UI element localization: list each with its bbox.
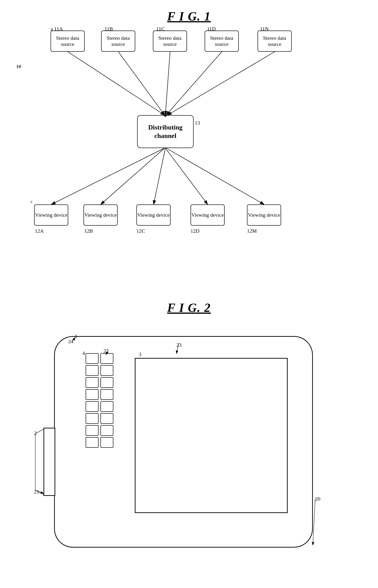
keypad-row-3 [86,377,113,388]
svg-line-6 [167,52,275,115]
label-12m: 12M [247,228,257,234]
keypad-row-6 [86,413,113,424]
label-11d: 11D [207,26,216,32]
view-box-12a: Viewing device [34,205,68,226]
label-11b: 11B [104,26,113,32]
system-arrow: → [16,64,21,70]
svg-line-2 [68,52,165,115]
label-12c: 12C [136,228,145,234]
fig2-section: F I G. 2 [0,294,378,588]
display-screen [135,358,288,513]
stereo-box-11b: Stereo data source [101,31,135,52]
key-8[interactable] [100,389,113,400]
key-2[interactable] [100,353,113,364]
svg-line-3 [118,52,165,115]
stereo-box-11c: Stereo data source [153,31,187,52]
key-16[interactable] [100,437,113,448]
view-box-12b: Viewing device [83,205,118,226]
label-22: 22 [104,348,109,354]
svg-line-8 [101,148,165,205]
svg-line-5 [166,52,222,115]
fig1-title: F I G. 1 [0,0,378,23]
keypad-row-2 [86,365,113,376]
stereo-box-11d: Stereo data source [205,31,239,52]
svg-line-9 [154,148,165,205]
side-connector [43,428,55,496]
key-12[interactable] [100,413,113,424]
key-15[interactable] [86,437,99,448]
svg-line-7 [51,148,165,205]
label-11n: 11N [260,26,269,32]
key-10[interactable] [100,401,113,412]
view-box-12m: Viewing device [247,205,281,226]
keypad-row-8 [86,437,113,448]
label-2: 2 [34,430,37,436]
label-11a: a 11A [51,26,63,32]
key-7[interactable] [86,389,99,400]
keypad-area [78,348,121,525]
label-3: 3 [139,351,141,358]
key-14[interactable] [100,425,113,436]
key-1[interactable] [86,353,99,364]
key-4[interactable] [100,365,113,376]
view-box-12c: Viewing device [136,205,171,226]
point-c: c [31,199,32,204]
keypad-row-5 [86,401,113,412]
label-21: 21 [34,489,39,495]
svg-line-4 [165,52,170,115]
key-5[interactable] [86,377,99,388]
keypad-row-4 [86,389,113,400]
label-12d: 12D [190,228,200,234]
fig1-section: F I G. 1 10 → Stereo data source Stereo … [0,0,378,294]
svg-line-10 [165,148,208,205]
label-12b: 12B [84,228,93,234]
point-b: b [163,112,165,117]
view-box-12d: Viewing device [190,205,225,226]
key-3[interactable] [86,365,99,376]
label-4: 4 [82,350,85,356]
dist-channel-box: Distributing channel [137,115,194,148]
stereo-box-11a: Stereo data source [51,31,85,52]
svg-line-21 [313,498,315,545]
label-23: 23 [176,342,182,348]
key-13[interactable] [86,425,99,436]
label-12a: 12A [35,228,44,234]
label-11c: 11C [156,26,165,32]
keypad-row-7 [86,425,113,436]
dist-label: 13 [195,120,200,126]
key-9[interactable] [86,401,99,412]
svg-line-11 [166,148,264,205]
key-6[interactable] [100,377,113,388]
label-20: 20 [315,496,320,502]
stereo-box-11n: Stereo data source [257,31,292,52]
device-body [54,336,313,548]
label-24: 24 [68,338,73,345]
key-11[interactable] [86,413,99,424]
fig2-title: F I G. 2 [0,294,378,315]
keypad-row-1 [86,353,113,364]
label-top-num: 1 [75,333,77,339]
